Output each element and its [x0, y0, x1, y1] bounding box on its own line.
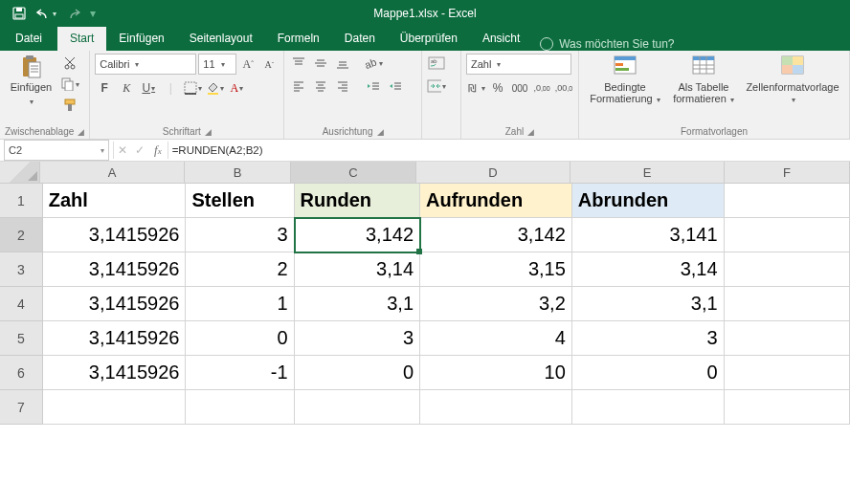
- cell[interactable]: 3,2: [420, 287, 572, 321]
- row-header[interactable]: 4: [0, 287, 43, 321]
- select-all-corner[interactable]: [0, 162, 40, 183]
- cancel-formula-button[interactable]: ✕: [114, 143, 131, 157]
- align-bottom-button[interactable]: [333, 54, 352, 73]
- fill-color-button[interactable]: ▾: [205, 78, 224, 98]
- cell[interactable]: Abrunden: [572, 184, 725, 218]
- underline-button[interactable]: U▾: [139, 78, 158, 98]
- paste-button[interactable]: Einfügen ▾: [5, 54, 58, 110]
- formula-input[interactable]: =RUNDEN(A2;B2): [168, 144, 850, 156]
- cell[interactable]: 4: [420, 321, 572, 356]
- dialog-launcher[interactable]: ◢: [78, 127, 84, 137]
- column-header[interactable]: E: [570, 162, 725, 183]
- increase-indent-button[interactable]: [386, 77, 405, 96]
- font-color-button[interactable]: A▾: [227, 78, 246, 98]
- cell[interactable]: 3,14: [572, 252, 725, 287]
- conditional-formatting-button[interactable]: Bedingte Formatierung ▾: [584, 54, 666, 108]
- cell[interactable]: 3,14: [295, 252, 420, 287]
- wrap-text-button[interactable]: ab: [427, 54, 446, 73]
- format-painter-button[interactable]: [60, 96, 79, 115]
- decrease-decimal-button[interactable]: ,00,0: [554, 78, 573, 98]
- tell-me-search[interactable]: Was möchten Sie tun?: [540, 37, 674, 51]
- cell[interactable]: -1: [186, 356, 294, 390]
- cell[interactable]: 3,1415926: [43, 218, 187, 252]
- cell[interactable]: 0: [295, 356, 420, 390]
- dialog-launcher[interactable]: ◢: [205, 127, 212, 137]
- confirm-formula-button[interactable]: ✓: [131, 143, 148, 157]
- row-header[interactable]: 1: [0, 184, 43, 218]
- cell[interactable]: Stellen: [186, 184, 294, 218]
- decrease-indent-button[interactable]: [364, 77, 383, 96]
- number-format-combo[interactable]: Zahl▾: [466, 54, 571, 75]
- cell[interactable]: 3,1415926: [43, 321, 187, 356]
- column-header[interactable]: B: [185, 162, 291, 183]
- format-as-table-button[interactable]: Als Tabelle formatieren ▾: [666, 54, 741, 108]
- cell[interactable]: [725, 356, 850, 390]
- cell[interactable]: [186, 390, 294, 425]
- tab-einfügen[interactable]: Einfügen: [106, 27, 176, 51]
- align-middle-button[interactable]: [311, 54, 330, 73]
- tab-formeln[interactable]: Formeln: [265, 27, 332, 51]
- copy-button[interactable]: ▾: [60, 75, 79, 94]
- cell[interactable]: 3,1415926: [43, 252, 187, 287]
- column-header[interactable]: C: [291, 162, 416, 183]
- column-header[interactable]: D: [416, 162, 570, 183]
- row-header[interactable]: 5: [0, 321, 43, 356]
- orientation-button[interactable]: ab▾: [364, 54, 383, 73]
- borders-button[interactable]: ▾: [183, 78, 202, 98]
- cell[interactable]: 3,1415926: [43, 287, 187, 321]
- cell[interactable]: 3: [186, 218, 294, 252]
- cell-styles-button[interactable]: Zellenformatvorlage▾: [741, 54, 844, 108]
- cell[interactable]: Aufrunden: [420, 184, 572, 218]
- cell[interactable]: 1: [186, 287, 294, 321]
- fx-icon[interactable]: fx: [154, 142, 162, 158]
- accounting-button[interactable]: ₪▾: [466, 78, 485, 98]
- cell[interactable]: Runden: [295, 184, 420, 218]
- font-size-combo[interactable]: 11▾: [198, 54, 236, 75]
- save-button[interactable]: [6, 1, 33, 26]
- cell[interactable]: [725, 252, 850, 287]
- cell[interactable]: [572, 390, 725, 425]
- row-header[interactable]: 6: [0, 356, 43, 390]
- cell[interactable]: [43, 390, 187, 425]
- cell[interactable]: 3,142: [420, 218, 572, 252]
- cell[interactable]: 2: [186, 252, 294, 287]
- tab-ansicht[interactable]: Ansicht: [470, 27, 532, 51]
- dialog-launcher[interactable]: ◢: [377, 127, 384, 137]
- cell[interactable]: [725, 321, 850, 356]
- shrink-font-button[interactable]: Aˇ: [259, 55, 279, 74]
- column-header[interactable]: F: [725, 162, 850, 183]
- cell[interactable]: [725, 390, 850, 425]
- cell[interactable]: [295, 390, 420, 425]
- cell[interactable]: 3: [295, 321, 420, 356]
- cell[interactable]: 3,141: [572, 218, 725, 252]
- percent-button[interactable]: %: [488, 78, 507, 98]
- cell[interactable]: [420, 390, 572, 425]
- font-name-combo[interactable]: Calibri▾: [95, 54, 196, 75]
- undo-button[interactable]: ▾: [33, 1, 59, 26]
- name-box[interactable]: C2▾: [4, 140, 109, 161]
- cell[interactable]: [725, 218, 850, 252]
- cut-button[interactable]: [60, 54, 79, 73]
- tab-start[interactable]: Start: [57, 27, 106, 51]
- redo-button[interactable]: [59, 1, 86, 26]
- cell[interactable]: 3: [572, 321, 725, 356]
- comma-button[interactable]: 000: [510, 78, 529, 98]
- cell[interactable]: 10: [420, 356, 572, 390]
- tab-seitenlayout[interactable]: Seitenlayout: [177, 27, 265, 51]
- chevron-down-icon[interactable]: ▾: [86, 7, 100, 20]
- tab-file[interactable]: Datei: [0, 27, 57, 51]
- row-header[interactable]: 3: [0, 252, 43, 287]
- cell[interactable]: 3,15: [420, 252, 572, 287]
- increase-decimal-button[interactable]: ,0,00: [532, 78, 551, 98]
- tab-daten[interactable]: Daten: [332, 27, 388, 51]
- cell[interactable]: 3,1: [572, 287, 725, 321]
- cell[interactable]: [725, 184, 850, 218]
- italic-button[interactable]: K: [117, 78, 136, 98]
- column-header[interactable]: A: [40, 162, 185, 183]
- align-top-button[interactable]: [289, 54, 308, 73]
- cell[interactable]: Zahl: [43, 184, 187, 218]
- row-header[interactable]: 7: [0, 390, 43, 425]
- merge-button[interactable]: ▾: [427, 77, 446, 96]
- cell[interactable]: 0: [572, 356, 725, 390]
- align-center-button[interactable]: [311, 77, 330, 96]
